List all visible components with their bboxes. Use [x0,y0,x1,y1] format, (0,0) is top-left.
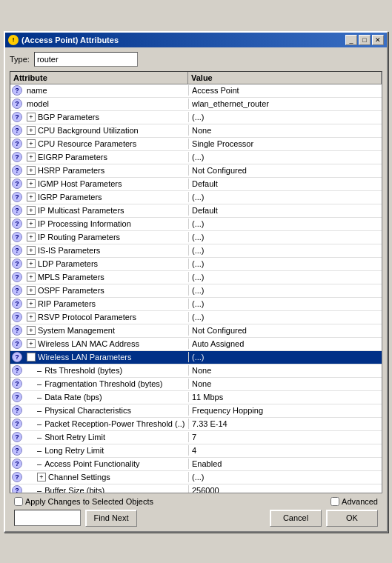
table-row[interactable]: ?+BGP Parameters(...) [10,111,382,124]
table-row[interactable]: ?–Rts Threshold (bytes)None [10,364,382,378]
help-icon[interactable]: ? [12,299,22,309]
help-icon[interactable]: ? [12,245,22,256]
help-icon[interactable]: ? [12,99,22,109]
table-row[interactable]: ?+HSRP ParametersNot Configured [10,164,382,178]
help-icon[interactable]: ? [12,192,22,202]
table-row[interactable]: ?–Data Rate (bps)11 Mbps [10,391,382,404]
expand-icon[interactable]: + [27,153,36,161]
help-icon[interactable]: ? [12,85,22,96]
help-icon[interactable]: ? [12,405,22,416]
help-icon[interactable]: ? [12,152,22,162]
table-row[interactable]: ?+Wireless LAN MAC AddressAuto Assigned [10,338,382,351]
help-icon[interactable]: ? [12,352,22,362]
ok-button[interactable]: OK [326,510,378,527]
expand-icon[interactable]: + [27,246,36,255]
table-row[interactable]: ?–Short Retry Limit7 [10,431,382,444]
table-row[interactable]: ?+Channel Settings(...) [10,471,382,484]
help-icon[interactable]: ? [12,312,22,322]
help-icon[interactable]: ? [12,272,22,282]
apply-changes-label[interactable]: Apply Changes to Selected Objects [14,497,153,506]
expand-icon[interactable]: + [27,193,36,201]
help-icon[interactable]: ? [12,259,22,269]
help-icon[interactable]: ? [12,459,22,469]
table-row[interactable]: ?modelwlan_ethernet_router [10,98,382,111]
search-input[interactable] [14,510,81,526]
table-row[interactable]: ?+CPU Background UtilizationNone [10,124,382,138]
collapse-icon[interactable]: - [27,353,36,362]
expand-icon[interactable]: + [27,113,36,121]
expand-icon[interactable]: + [27,126,36,135]
expand-icon[interactable]: + [27,219,36,228]
expand-icon[interactable]: + [27,139,36,148]
minimize-button[interactable]: _ [345,35,357,45]
table-row[interactable]: ?+RIP Parameters(...) [10,298,382,311]
table-row[interactable]: ?+System ManagementNot Configured [10,324,382,338]
help-icon[interactable]: ? [12,232,22,242]
help-icon[interactable]: ? [12,379,22,389]
help-icon[interactable]: ? [12,419,22,429]
table-row[interactable]: ?+EIGRP Parameters(...) [10,151,382,164]
help-icon[interactable]: ? [12,432,22,442]
table-row[interactable]: ?+IP Processing Information(...) [10,218,382,231]
help-icon[interactable]: ? [12,392,22,402]
help-icon[interactable]: ? [12,139,22,149]
advanced-checkbox[interactable] [330,497,339,506]
table-row[interactable]: ?+CPU Resource ParametersSingle Processo… [10,138,382,151]
apply-changes-checkbox[interactable] [14,497,23,506]
table-row[interactable]: ?–Buffer Size (bits)256000 [10,484,382,493]
expand-icon[interactable]: + [27,259,36,268]
table-row[interactable]: ?+OSPF Parameters(...) [10,284,382,298]
table-row[interactable]: ?–Access Point FunctionalityEnabled [10,458,382,471]
close-button[interactable]: ✕ [372,35,384,45]
expand-icon[interactable]: + [27,326,36,335]
table-row[interactable]: ?+IGRP Parameters(...) [10,191,382,204]
help-icon[interactable]: ? [12,339,22,349]
expand-icon[interactable]: + [27,166,36,175]
expand-icon[interactable]: + [27,179,36,188]
val-cell: (...) [188,272,382,282]
help-icon[interactable]: ? [12,485,22,493]
help-icon[interactable]: ? [12,112,22,122]
expand-icon[interactable]: + [27,206,36,215]
expand-icon[interactable]: + [27,313,36,322]
find-next-button[interactable]: Find Next [85,510,137,527]
table-row[interactable]: ?nameAccess Point [10,84,382,98]
expand-icon[interactable]: + [27,233,36,241]
table-row[interactable]: ?–Packet Reception-Power Threshold (..)7… [10,418,382,431]
maximize-button[interactable]: □ [359,35,371,45]
table-row[interactable]: ?+MPLS Parameters(...) [10,271,382,284]
table-row[interactable]: ?-Wireless LAN Parameters(...) [10,351,382,364]
table-row[interactable]: ?–Fragmentation Threshold (bytes)None [10,378,382,391]
attr-cell: ?–Long Retry Limit [10,444,188,456]
help-icon[interactable]: ? [12,179,22,189]
expand-icon[interactable]: + [27,299,36,308]
cancel-button[interactable]: Cancel [270,510,322,527]
table-row[interactable]: ?+IP Multicast ParametersDefault [10,204,382,218]
expand-icon[interactable]: + [27,273,36,282]
table-row[interactable]: ?+LDP Parameters(...) [10,258,382,271]
type-input[interactable] [34,52,138,67]
table-body: ?nameAccess Point?modelwlan_ethernet_rou… [10,84,382,493]
table-row[interactable]: ?+IGMP Host ParametersDefault [10,178,382,191]
expand-icon[interactable]: + [27,339,36,348]
expand-icon[interactable]: + [27,286,36,295]
attr-cell: ?+LDP Parameters [10,258,188,270]
table-row[interactable]: ?+IS-IS Parameters(...) [10,244,382,258]
table-row[interactable]: ?+IP Routing Parameters(...) [10,231,382,244]
help-icon[interactable]: ? [12,445,22,456]
help-icon[interactable]: ? [12,205,22,216]
help-icon[interactable]: ? [12,365,22,376]
val-cell: None [188,379,382,389]
help-icon[interactable]: ? [12,325,22,336]
help-icon[interactable]: ? [12,472,22,482]
help-icon[interactable]: ? [12,219,22,229]
help-icon[interactable]: ? [12,285,22,296]
table-row[interactable]: ?–Physical CharacteristicsFrequency Hopp… [10,404,382,418]
help-icon[interactable]: ? [12,165,22,176]
expand-icon[interactable]: + [37,473,46,482]
table-row[interactable]: ?+RSVP Protocol Parameters(...) [10,311,382,324]
advanced-label[interactable]: Advanced [330,497,378,506]
table-row[interactable]: ?–Long Retry Limit4 [10,444,382,458]
help-icon[interactable]: ? [12,125,22,136]
attr-name: Data Rate (bps) [44,393,102,402]
